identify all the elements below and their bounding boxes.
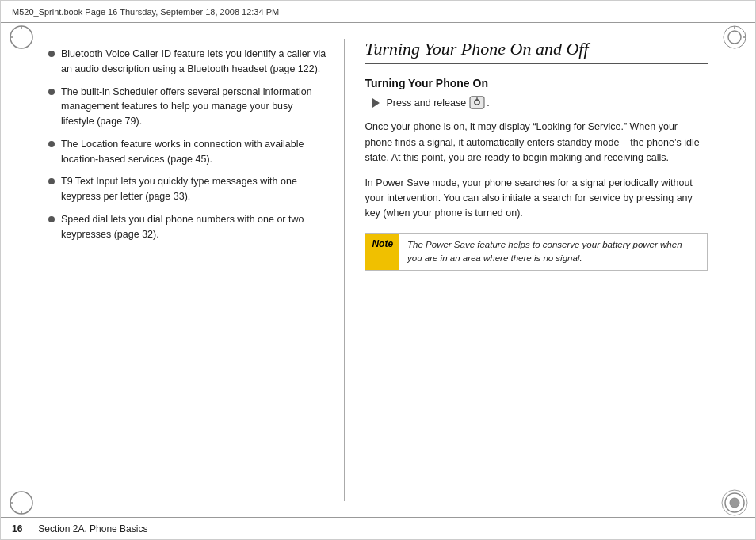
press-release-row: Press and release . <box>372 96 708 110</box>
bullet-dot <box>48 89 55 95</box>
page-number: 16 <box>12 523 22 534</box>
list-item: T9 Text Input lets you quickly type mess… <box>48 174 328 204</box>
page-container: M520_Sprint.book Page 16 Thursday, Septe… <box>0 0 756 540</box>
svg-point-0 <box>10 26 32 48</box>
body-paragraph-2: In Power Save mode, your phone searches … <box>365 176 708 222</box>
bullet-dot <box>48 178 55 184</box>
svg-point-3 <box>728 31 741 44</box>
header-bar: M520_Sprint.book Page 16 Thursday, Septe… <box>1 1 755 23</box>
bullet-dot <box>48 141 55 147</box>
press-release-text: Press and release <box>386 97 466 108</box>
corner-bl <box>7 489 36 517</box>
power-button-icon <box>469 96 487 110</box>
bullet-text: T9 Text Input lets you quickly type mess… <box>61 174 328 204</box>
note-label: Note <box>365 234 399 271</box>
period: . <box>487 97 489 108</box>
footer-bar: 16 Section 2A. Phone Basics <box>1 517 755 539</box>
section-title: Turning Your Phone On and Off <box>365 39 708 64</box>
list-item: Speed dial lets you dial phone numbers w… <box>48 212 328 242</box>
arrow-icon <box>372 98 380 108</box>
list-item: The built-in Scheduler offers several pe… <box>48 85 328 129</box>
left-column: Bluetooth Voice Caller ID feature lets y… <box>40 23 344 517</box>
content-area: Bluetooth Voice Caller ID feature lets y… <box>40 23 716 517</box>
list-item: Bluetooth Voice Caller ID feature lets y… <box>48 47 328 77</box>
bullet-text: Bluetooth Voice Caller ID feature lets y… <box>61 47 328 77</box>
bullet-dot <box>48 51 55 57</box>
bullet-list: Bluetooth Voice Caller ID feature lets y… <box>48 47 328 241</box>
body-paragraph-1: Once your phone is on, it may display “L… <box>365 120 708 165</box>
right-column: Turning Your Phone On and Off Turning Yo… <box>345 23 716 517</box>
corner-br <box>720 489 749 517</box>
svg-point-7 <box>10 492 32 514</box>
header-text: M520_Sprint.book Page 16 Thursday, Septe… <box>12 7 279 17</box>
svg-point-4 <box>724 26 746 48</box>
subsection-title: Turning Your Phone On <box>365 77 708 89</box>
corner-tr <box>720 23 749 51</box>
svg-point-10 <box>730 498 739 508</box>
list-item: The Location feature works in connection… <box>48 137 328 167</box>
note-box: Note The Power Save feature helps to con… <box>365 233 708 272</box>
bullet-text: The Location feature works in connection… <box>61 137 328 167</box>
bullet-text: Speed dial lets you dial phone numbers w… <box>61 212 328 242</box>
footer-section: Section 2A. Phone Basics <box>38 523 147 534</box>
bullet-dot <box>48 216 55 222</box>
note-content: The Power Save feature helps to conserve… <box>399 234 707 271</box>
bullet-text: The built-in Scheduler offers several pe… <box>61 85 328 129</box>
corner-tl <box>7 23 36 51</box>
